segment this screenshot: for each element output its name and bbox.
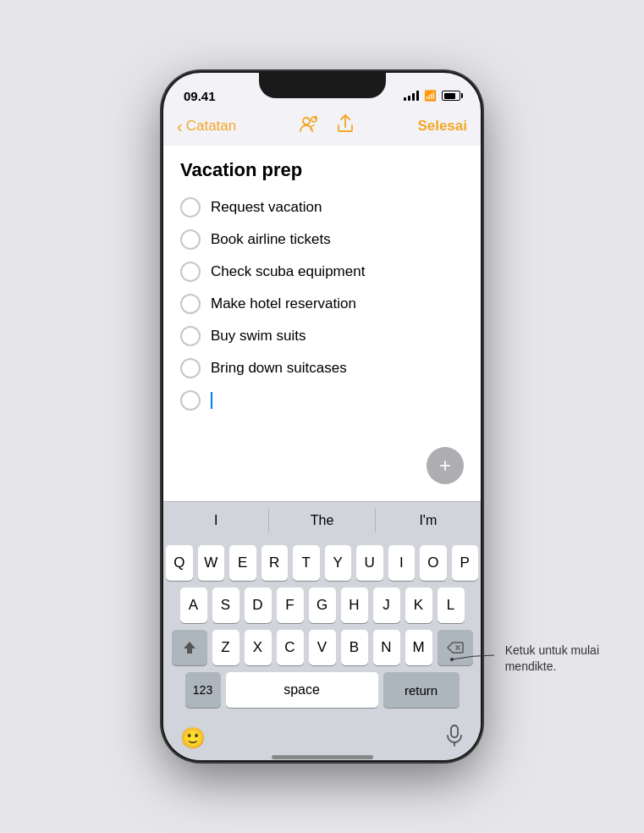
key-f[interactable]: F: [277, 588, 304, 623]
annotation-text-block: Ketuk untuk mulai mendikte.: [505, 643, 599, 676]
key-m[interactable]: M: [405, 630, 432, 665]
key-k[interactable]: K: [405, 588, 432, 623]
key-d[interactable]: D: [245, 588, 272, 623]
predictive-bar: I The I'm: [163, 501, 481, 538]
back-button[interactable]: ‹ Catatan: [177, 117, 236, 136]
key-h[interactable]: H: [341, 588, 368, 623]
key-j[interactable]: J: [373, 588, 400, 623]
done-button[interactable]: Selesai: [417, 118, 467, 135]
return-key[interactable]: return: [383, 672, 460, 708]
list-item[interactable]: Make hotel reservation: [180, 288, 464, 320]
svg-point-5: [450, 658, 454, 661]
predictive-item-1[interactable]: I: [163, 502, 268, 538]
collaborate-icon[interactable]: [299, 114, 319, 138]
home-bar: [272, 755, 373, 759]
key-t[interactable]: T: [293, 545, 320, 581]
key-u[interactable]: U: [356, 545, 383, 581]
predictive-item-2[interactable]: The: [269, 502, 374, 538]
key-p[interactable]: P: [452, 545, 479, 581]
space-key[interactable]: space: [226, 672, 378, 708]
key-e[interactable]: E: [229, 545, 256, 581]
key-q[interactable]: Q: [166, 545, 193, 581]
checkbox-6[interactable]: [180, 358, 201, 378]
share-icon[interactable]: [336, 113, 355, 139]
key-x[interactable]: X: [245, 630, 272, 665]
list-item[interactable]: Book airline tickets: [180, 223, 464, 256]
keyboard-row-1: Q W E R T Y U I O P: [166, 545, 478, 581]
keyboard-row-2: A S D F G H J K L: [166, 588, 478, 623]
item-text-1: Request vacation: [211, 199, 322, 216]
key-g[interactable]: G: [309, 588, 336, 623]
list-item[interactable]: Request vacation: [180, 191, 464, 223]
predictive-item-3[interactable]: I'm: [376, 502, 481, 538]
key-c[interactable]: C: [277, 630, 304, 665]
key-i[interactable]: I: [388, 545, 416, 581]
keyboard-row-3: Z X C V B N M: [166, 630, 478, 665]
key-w[interactable]: W: [198, 545, 225, 581]
battery-icon: [442, 91, 460, 101]
key-a[interactable]: A: [180, 588, 207, 623]
text-cursor: [211, 392, 212, 409]
checkbox-3[interactable]: [180, 262, 201, 282]
emoji-button[interactable]: 🙂: [180, 726, 206, 750]
svg-point-2: [314, 116, 317, 119]
list-item[interactable]: Bring down suitcases: [180, 352, 464, 384]
checkbox-5[interactable]: [180, 326, 201, 346]
status-time: 09.41: [184, 89, 216, 103]
key-n[interactable]: N: [373, 630, 400, 665]
key-b[interactable]: B: [341, 630, 368, 665]
annotation-arrow-line: [448, 643, 498, 668]
checkbox-4[interactable]: [180, 294, 201, 314]
status-icons: 📶: [404, 90, 460, 102]
key-z[interactable]: Z: [212, 630, 239, 665]
keyboard-row-4: 123 space return: [166, 672, 478, 708]
item-text-3: Check scuba equipment: [211, 263, 365, 280]
item-text-2: Book airline tickets: [211, 231, 331, 248]
bottom-bar: 🙂: [163, 718, 481, 755]
note-body[interactable]: Vacation prep Request vacation Book airl…: [163, 146, 481, 430]
signal-icon: [404, 91, 419, 101]
plus-button-area: +: [163, 430, 481, 501]
note-title: Vacation prep: [180, 159, 464, 181]
key-v[interactable]: V: [309, 630, 336, 665]
num-key[interactable]: 123: [185, 672, 221, 708]
annotation-line-2: mendikte.: [505, 659, 557, 676]
key-o[interactable]: O: [420, 545, 447, 581]
item-text-6: Bring down suitcases: [211, 360, 347, 377]
annotation-line-1: Ketuk untuk mulai: [505, 643, 599, 659]
item-text-5: Buy swim suits: [211, 328, 305, 345]
key-y[interactable]: Y: [325, 545, 352, 581]
list-item[interactable]: Buy swim suits: [180, 320, 464, 352]
back-label: Catatan: [186, 118, 237, 135]
annotation-container: Ketuk untuk mulai mendikte.: [448, 643, 599, 676]
home-indicator: [163, 755, 481, 760]
microphone-button[interactable]: [445, 725, 464, 752]
svg-rect-3: [451, 725, 458, 737]
chevron-left-icon: ‹: [177, 117, 183, 136]
nav-bar: ‹ Catatan: [163, 110, 481, 146]
note-content-area: Vacation prep Request vacation Book airl…: [163, 146, 481, 501]
checkbox-new[interactable]: [180, 390, 201, 411]
notch: [259, 73, 386, 98]
item-text-4: Make hotel reservation: [211, 295, 356, 312]
nav-action-icons: [299, 113, 355, 139]
new-item-row[interactable]: [180, 384, 464, 416]
add-item-button[interactable]: +: [427, 447, 464, 484]
list-item[interactable]: Check scuba equipment: [180, 256, 464, 288]
checkbox-1[interactable]: [180, 197, 201, 218]
key-s[interactable]: S: [212, 588, 239, 623]
svg-point-0: [303, 118, 310, 124]
wifi-icon: 📶: [424, 90, 437, 102]
shift-key[interactable]: [172, 630, 207, 665]
key-r[interactable]: R: [261, 545, 289, 581]
keyboard: Q W E R T Y U I O P A S D F G H J K: [163, 538, 481, 718]
checkbox-2[interactable]: [180, 229, 201, 250]
key-l[interactable]: L: [438, 588, 465, 623]
